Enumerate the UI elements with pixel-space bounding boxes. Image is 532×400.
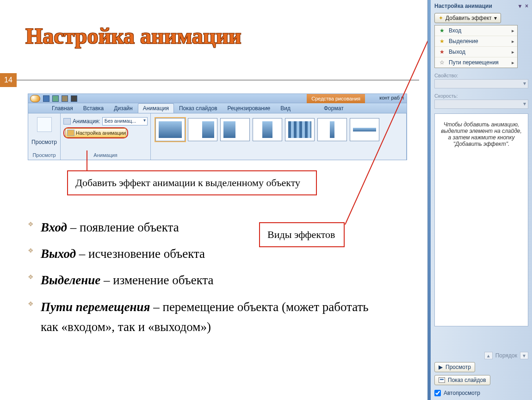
qat-save-icon[interactable] (43, 95, 49, 102)
close-icon[interactable]: × (525, 3, 528, 9)
reorder-row: ▲ Порядок ▼ (434, 352, 528, 359)
transition-thumb[interactable] (253, 118, 282, 141)
group-label-preview: Просмотр (32, 152, 56, 159)
contextual-tab-tools: Средства рисования (307, 94, 365, 103)
tab-format[interactable]: Формат (319, 103, 349, 113)
animate-dropdown[interactable]: Без анимац... (102, 117, 148, 125)
pane-slideshow-button[interactable]: Показ слайдов (434, 375, 490, 385)
menu-item-label: Вход (449, 27, 461, 34)
speed-label: Скорость: (434, 93, 528, 99)
effects-list-placeholder: Чтобы добавить анимацию, выделите элемен… (434, 113, 528, 326)
custom-animation-button[interactable]: Настройка анимации (65, 128, 126, 138)
pane-slideshow-button-label: Показ слайдов (448, 377, 486, 383)
star-icon: ☆ (439, 59, 445, 66)
group-label-animation: Анимация (63, 152, 148, 159)
speed-dropdown-disabled (434, 100, 528, 109)
highlight-circle: Настройка анимации (63, 127, 128, 138)
qat-item-icon[interactable] (71, 95, 77, 102)
star-icon: ★ (439, 38, 445, 44)
group-preview: Просмотр Просмотр (28, 113, 61, 160)
pane-menu-icon[interactable]: ▾ (519, 3, 521, 9)
desc: – исчезновение объекта (76, 247, 205, 261)
menu-item-label: Пути перемещения (449, 59, 499, 66)
ribbon-titlebar: Средства рисования конт раб п (28, 94, 407, 103)
gear-star-icon (67, 130, 74, 136)
desc: – изменение объекта (100, 273, 213, 287)
term: Пути перемещения (41, 300, 150, 314)
pane-title: Настройка анимации (434, 3, 492, 9)
group-transitions-gallery (151, 113, 407, 160)
star-icon: ★ (439, 49, 445, 55)
preview-button-icon[interactable] (37, 117, 52, 132)
transition-thumb[interactable] (285, 118, 315, 141)
slide-number-badge: 14 (0, 73, 17, 87)
list-item: Пути перемещения – перемещение объекта (… (28, 297, 370, 337)
callout-add-effect: Добавить эффект анимации к выделенному о… (67, 170, 317, 195)
autopreview-label: Автопросмотр (444, 390, 480, 396)
tab-review[interactable]: Рецензирование (223, 103, 276, 113)
add-effect-button[interactable]: ✦ Добавить эффект ▾ (434, 13, 501, 23)
tab-design[interactable]: Дизайн (109, 103, 137, 113)
tab-animation[interactable]: Анимация (138, 103, 174, 113)
ribbon-screenshot: Средства рисования конт раб п Главная Вс… (28, 94, 407, 160)
autopreview-checkbox-row[interactable]: Автопросмотр (434, 390, 528, 396)
ribbon-body: Просмотр Просмотр Анимация: Без анимац..… (28, 113, 407, 160)
tab-view[interactable]: Вид (275, 103, 296, 113)
list-item: Вход – появление объекта (28, 218, 370, 238)
star-icon: ★ (439, 27, 445, 34)
menu-item-emphasis[interactable]: ★Выделение (435, 36, 517, 46)
menu-item-label: Выделение (449, 38, 478, 44)
group-animation: Анимация: Без анимац... Настройка анимац… (61, 113, 151, 160)
list-item: Выход – исчезновение объекта (28, 244, 370, 264)
pane-preview-button-label: Просмотр (445, 364, 471, 370)
custom-animation-button-label: Настройка анимации (76, 130, 126, 136)
property-dropdown-disabled (434, 79, 528, 88)
menu-item-entrance[interactable]: ★Вход (435, 25, 517, 36)
effect-type-menu: ★Вход ★Выделение ★Выход ☆Пути перемещени… (434, 25, 518, 68)
office-button-icon[interactable] (30, 95, 40, 102)
animate-label: Анимация: (73, 118, 100, 125)
qat-undo-icon[interactable] (52, 95, 59, 102)
document-title-fragment: конт раб п (379, 95, 404, 100)
property-label: Свойство: (434, 73, 528, 78)
desc: – появление объекта (67, 220, 179, 234)
transition-thumb[interactable] (220, 118, 250, 141)
term: Выход (41, 247, 76, 261)
term: Выделение (41, 273, 100, 287)
tab-insert[interactable]: Вставка (78, 103, 109, 113)
preview-button-label: Просмотр (31, 139, 57, 145)
qat-redo-icon[interactable] (62, 95, 68, 102)
chevron-down-icon: ▾ (494, 15, 497, 21)
tab-home[interactable]: Главная (47, 103, 78, 113)
transition-thumb[interactable] (317, 118, 347, 141)
move-down-button[interactable]: ▼ (520, 352, 528, 359)
transition-thumb[interactable] (188, 118, 217, 141)
tab-slideshow[interactable]: Показ слайдов (174, 103, 223, 113)
animate-icon (63, 118, 71, 125)
title-rule (17, 80, 419, 81)
transition-thumb[interactable] (350, 118, 379, 141)
menu-item-motionpath[interactable]: ☆Пути перемещения (435, 57, 517, 68)
ribbon-tabs: Главная Вставка Дизайн Анимация Показ сл… (28, 103, 407, 113)
list-item: Выделение – изменение объекта (28, 270, 370, 290)
animation-task-pane: Настройка анимации ▾ × ✦ Добавить эффект… (427, 0, 532, 400)
star-icon: ✦ (439, 15, 443, 21)
slide-title: Настройка анимации (25, 23, 241, 49)
menu-item-label: Выход (449, 49, 465, 55)
effect-definitions-list: Вход – появление объекта Выход – исчезно… (28, 218, 370, 344)
term: Вход (41, 220, 67, 234)
menu-item-exit[interactable]: ★Выход (435, 46, 517, 57)
pane-title-row: Настройка анимации ▾ × (434, 3, 528, 9)
autopreview-checkbox[interactable] (434, 390, 441, 396)
pane-preview-button[interactable]: ▶ Просмотр (434, 362, 475, 372)
add-effect-button-label: Добавить эффект (445, 15, 492, 21)
play-icon: ▶ (439, 364, 443, 370)
move-up-button[interactable]: ▲ (484, 352, 493, 359)
transition-thumb[interactable] (155, 118, 185, 141)
order-label: Порядок (495, 352, 517, 359)
slideshow-icon (439, 377, 445, 383)
